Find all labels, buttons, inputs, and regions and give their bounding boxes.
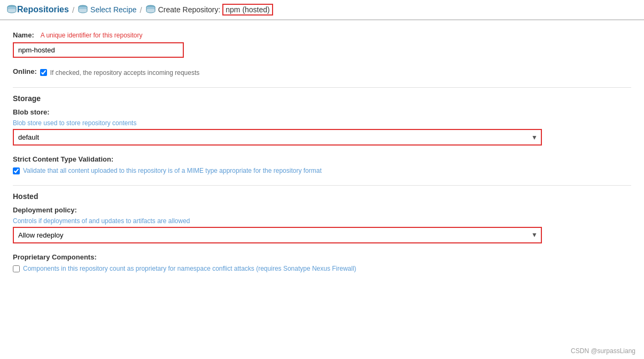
sep1: / — [72, 5, 74, 14]
deployment-section: Deployment policy: Controls if deploymen… — [13, 206, 631, 243]
proprietary-label: Proprietary Components: — [13, 253, 631, 261]
create-repo-text: Create Repository: — [158, 5, 221, 14]
deployment-select-wrapper: Allow redeploy Disable redeploy Read-onl… — [13, 227, 542, 243]
name-label: Name: — [13, 31, 34, 39]
blob-store-hint: Blob store used to store repository cont… — [13, 119, 631, 127]
name-section: Name: A unique identifier for this repos… — [13, 31, 631, 58]
proprietary-hint: Components in this repository count as p… — [23, 264, 356, 273]
blob-store-label: Blob store: — [13, 108, 631, 116]
proprietary-checkbox-row: Components in this repository count as p… — [13, 264, 631, 273]
repo-type-badge: npm (hosted) — [222, 4, 273, 16]
strict-section: Strict Content Type Validation: Validate… — [13, 155, 631, 175]
storage-section-header: Storage — [13, 94, 631, 103]
blob-store-select-wrapper: default ▼ — [13, 129, 542, 146]
deployment-select[interactable]: Allow redeploy Disable redeploy Read-onl… — [13, 227, 542, 243]
blob-store-section: Blob store: Blob store used to store rep… — [13, 108, 631, 146]
sep2: / — [139, 5, 142, 14]
online-hint: If checked, the repository accepts incom… — [50, 69, 199, 77]
name-hint: A unique identifier for this repository — [41, 32, 143, 39]
proprietary-section: Proprietary Components: Components in th… — [13, 253, 631, 273]
breadcrumb-bar: Repositories / Select Recipe / Create Re… — [0, 0, 644, 20]
divider-1 — [13, 87, 631, 88]
proprietary-checkbox[interactable] — [13, 265, 20, 272]
select-recipe-link[interactable]: Select Recipe — [90, 5, 136, 14]
online-checkbox[interactable] — [40, 69, 47, 76]
divider-2 — [13, 185, 631, 186]
form-container: Name: A unique identifier for this repos… — [0, 20, 644, 294]
strict-checkbox-row: Validate that all content uploaded to th… — [13, 166, 631, 175]
deployment-label: Deployment policy: — [13, 206, 631, 214]
online-section: Online: If checked, the repository accep… — [13, 67, 631, 78]
select-recipe-db-icon — [77, 4, 88, 15]
strict-hint: Validate that all content uploaded to th… — [23, 166, 322, 175]
blob-store-select[interactable]: default — [13, 129, 542, 146]
repositories-db-icon — [6, 4, 17, 15]
create-repo-db-icon — [145, 4, 156, 15]
create-repo-label: Create Repository: npm (hosted) — [158, 5, 273, 14]
online-label: Online: — [13, 67, 37, 75]
strict-label: Strict Content Type Validation: — [13, 155, 631, 163]
deployment-hint: Controls if deployments of and updates t… — [13, 217, 631, 225]
repositories-title: Repositories — [17, 5, 69, 14]
hosted-section-header: Hosted — [13, 192, 631, 201]
name-input[interactable] — [13, 42, 184, 58]
strict-checkbox[interactable] — [13, 167, 20, 174]
